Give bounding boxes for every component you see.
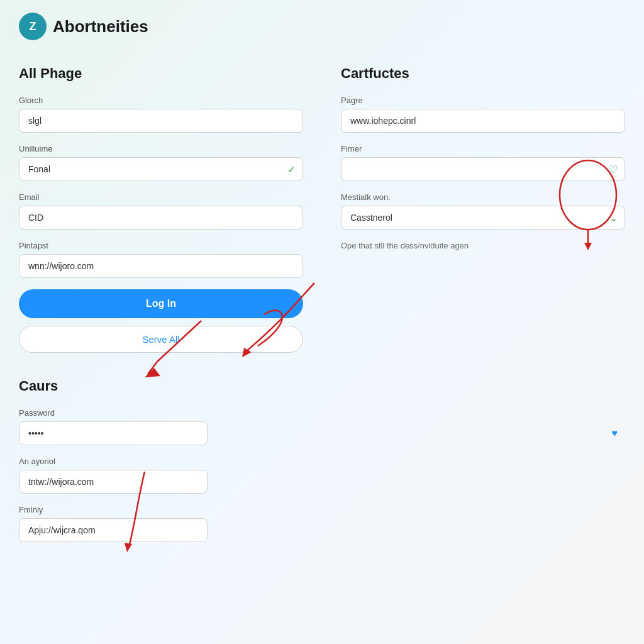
password-group: Password ♥ — [19, 408, 625, 445]
pagre-label: Pagre — [341, 96, 625, 105]
email-input[interactable] — [19, 206, 303, 230]
unilluime-group: Unilluime ✓ — [19, 144, 303, 181]
pagre-group: Pagre — [341, 96, 625, 133]
unilluime-wrapper: ✓ — [19, 157, 303, 181]
glorch-group: Glorch — [19, 96, 303, 133]
an-ayoriol-label: An ayoriol — [19, 457, 625, 466]
fimer-group: Fimer ♡ — [341, 144, 625, 181]
glorch-label: Glorch — [19, 96, 303, 105]
fimer-wrapper: ♡ — [341, 157, 625, 181]
bottom-section: Caurs Password ♥ An ayoriol Fminly — [19, 378, 625, 542]
fminly-label: Fminly — [19, 505, 625, 514]
fminly-input[interactable] — [19, 518, 208, 542]
mestialk-input[interactable] — [341, 206, 625, 230]
pintapst-group: Pintapst — [19, 241, 303, 278]
right-panel-title: Cartfuctes — [341, 65, 625, 82]
help-text: Ope that stll the dess/nviduite agen — [341, 241, 625, 250]
pintapst-label: Pintapst — [19, 241, 303, 250]
fimer-label: Fimer — [341, 144, 625, 153]
fminly-group: Fminly — [19, 505, 625, 542]
app-title: Abortneities — [53, 17, 148, 36]
main-layout: All Phage Glorch Unilluime ✓ Email — [19, 65, 625, 353]
mestialk-group: Mestialk won. ⌄ — [341, 192, 625, 230]
an-ayoriol-input[interactable] — [19, 470, 208, 494]
unilluime-label: Unilluime — [19, 144, 303, 153]
caurs-title: Caurs — [19, 378, 625, 394]
svg-marker-1 — [145, 368, 160, 377]
svg-line-0 — [148, 362, 157, 374]
mestialk-label: Mestialk won. — [341, 192, 625, 202]
pagre-input[interactable] — [341, 109, 625, 133]
fimer-input[interactable] — [341, 157, 625, 181]
left-panel-title: All Phage — [19, 65, 303, 82]
unilluime-input[interactable] — [19, 157, 303, 181]
svg-marker-6 — [125, 543, 132, 552]
password-wrapper: ♥ — [19, 421, 625, 445]
email-label: Email — [19, 192, 303, 202]
right-panel: Cartfuctes Pagre Fimer ♡ Mestialk won. — [341, 65, 625, 263]
password-label: Password — [19, 408, 625, 418]
left-panel: All Phage Glorch Unilluime ✓ Email — [19, 65, 303, 353]
pintapst-input[interactable] — [19, 254, 303, 278]
mestialk-wrapper: ⌄ — [341, 206, 625, 230]
app-header: Z Abortneities — [19, 13, 625, 40]
glorch-input[interactable] — [19, 109, 303, 133]
heart-icon-2: ♥ — [612, 428, 618, 439]
email-group: Email — [19, 192, 303, 230]
heart-icon: ♡ — [609, 164, 618, 175]
password-input[interactable] — [19, 421, 208, 445]
login-button[interactable]: Log In — [19, 289, 303, 318]
serve-all-button[interactable]: Serve All — [19, 326, 303, 353]
an-ayoriol-group: An ayoriol — [19, 457, 625, 494]
app-logo: Z — [19, 13, 47, 40]
